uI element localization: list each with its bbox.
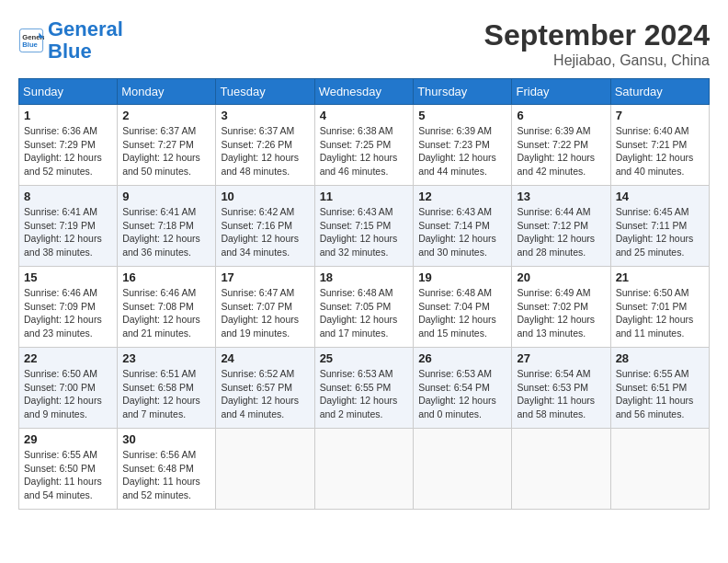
svg-text:Blue: Blue [22,40,38,49]
week-row: 22 Sunrise: 6:50 AM Sunset: 7:00 PM Dayl… [19,348,710,429]
day-number: 27 [517,351,605,365]
day-info: Sunrise: 6:45 AM Sunset: 7:11 PM Dayligh… [616,205,704,259]
day-info: Sunrise: 6:54 AM Sunset: 6:53 PM Dayligh… [517,367,605,421]
day-info: Sunrise: 6:37 AM Sunset: 7:27 PM Dayligh… [122,124,210,178]
day-number: 1 [24,109,112,122]
day-info: Sunrise: 6:49 AM Sunset: 7:02 PM Dayligh… [517,286,605,340]
calendar-cell: 6 Sunrise: 6:39 AM Sunset: 7:22 PM Dayli… [512,105,610,186]
weekday-header: Thursday [414,79,512,105]
day-number: 8 [24,190,112,203]
month-title: September 2024 [484,18,710,52]
day-info: Sunrise: 6:55 AM Sunset: 6:51 PM Dayligh… [616,367,704,421]
day-info: Sunrise: 6:41 AM Sunset: 7:19 PM Dayligh… [24,205,112,259]
day-number: 23 [122,351,210,365]
day-info: Sunrise: 6:44 AM Sunset: 7:12 PM Dayligh… [517,205,605,259]
calendar-cell: 24 Sunrise: 6:52 AM Sunset: 6:57 PM Dayl… [216,348,314,429]
calendar-cell: 15 Sunrise: 6:46 AM Sunset: 7:09 PM Dayl… [19,267,118,348]
calendar-cell: 29 Sunrise: 6:55 AM Sunset: 6:50 PM Dayl… [19,429,118,510]
week-row: 1 Sunrise: 6:36 AM Sunset: 7:29 PM Dayli… [19,105,710,186]
day-number: 18 [320,270,409,284]
day-number: 24 [221,351,309,365]
calendar-cell: 2 Sunrise: 6:37 AM Sunset: 7:27 PM Dayli… [118,105,216,186]
calendar-cell: 22 Sunrise: 6:50 AM Sunset: 7:00 PM Dayl… [19,348,118,429]
logo: General Blue GeneralBlue [18,18,123,63]
calendar-cell: 26 Sunrise: 6:53 AM Sunset: 6:54 PM Dayl… [414,348,512,429]
weekday-header-row: SundayMondayTuesdayWednesdayThursdayFrid… [19,79,710,105]
logo-text: GeneralBlue [48,18,123,63]
day-info: Sunrise: 6:47 AM Sunset: 7:07 PM Dayligh… [221,286,309,340]
calendar-cell: 1 Sunrise: 6:36 AM Sunset: 7:29 PM Dayli… [19,105,118,186]
day-number: 25 [320,351,409,365]
day-number: 6 [517,109,605,122]
day-number: 2 [122,109,210,122]
page-header: General Blue GeneralBlue September 2024 … [18,18,710,69]
week-row: 29 Sunrise: 6:55 AM Sunset: 6:50 PM Dayl… [19,429,710,510]
day-info: Sunrise: 6:50 AM Sunset: 7:00 PM Dayligh… [24,367,112,421]
calendar-cell: 18 Sunrise: 6:48 AM Sunset: 7:05 PM Dayl… [314,267,414,348]
calendar-cell: 5 Sunrise: 6:39 AM Sunset: 7:23 PM Dayli… [414,105,512,186]
day-info: Sunrise: 6:56 AM Sunset: 6:48 PM Dayligh… [122,448,210,502]
calendar-cell [414,429,512,510]
day-number: 13 [517,190,605,203]
calendar-cell: 28 Sunrise: 6:55 AM Sunset: 6:51 PM Dayl… [610,348,709,429]
day-info: Sunrise: 6:52 AM Sunset: 6:57 PM Dayligh… [221,367,309,421]
day-number: 28 [616,351,704,365]
day-number: 17 [221,270,309,284]
calendar-cell: 4 Sunrise: 6:38 AM Sunset: 7:25 PM Dayli… [314,105,414,186]
day-number: 3 [221,109,309,122]
location: Hejiabao, Gansu, China [484,52,710,69]
weekday-header: Tuesday [216,79,314,105]
calendar-cell: 27 Sunrise: 6:54 AM Sunset: 6:53 PM Dayl… [512,348,610,429]
day-number: 7 [616,109,704,122]
day-info: Sunrise: 6:53 AM Sunset: 6:55 PM Dayligh… [320,367,409,421]
day-number: 15 [24,270,112,284]
calendar-cell: 12 Sunrise: 6:43 AM Sunset: 7:14 PM Dayl… [414,186,512,267]
calendar-cell: 20 Sunrise: 6:49 AM Sunset: 7:02 PM Dayl… [512,267,610,348]
day-info: Sunrise: 6:36 AM Sunset: 7:29 PM Dayligh… [24,124,112,178]
calendar-cell: 9 Sunrise: 6:41 AM Sunset: 7:18 PM Dayli… [118,186,216,267]
calendar-cell [314,429,414,510]
day-info: Sunrise: 6:51 AM Sunset: 6:58 PM Dayligh… [122,367,210,421]
calendar-cell [610,429,709,510]
calendar-cell: 13 Sunrise: 6:44 AM Sunset: 7:12 PM Dayl… [512,186,610,267]
day-number: 4 [320,109,409,122]
day-number: 14 [616,190,704,203]
week-row: 15 Sunrise: 6:46 AM Sunset: 7:09 PM Dayl… [19,267,710,348]
day-info: Sunrise: 6:48 AM Sunset: 7:04 PM Dayligh… [418,286,506,340]
day-number: 22 [24,351,112,365]
day-info: Sunrise: 6:53 AM Sunset: 6:54 PM Dayligh… [418,367,506,421]
calendar-cell: 10 Sunrise: 6:42 AM Sunset: 7:16 PM Dayl… [216,186,314,267]
day-info: Sunrise: 6:39 AM Sunset: 7:23 PM Dayligh… [418,124,506,178]
day-number: 9 [122,190,210,203]
day-number: 21 [616,270,704,284]
day-info: Sunrise: 6:43 AM Sunset: 7:15 PM Dayligh… [320,205,409,259]
day-info: Sunrise: 6:41 AM Sunset: 7:18 PM Dayligh… [122,205,210,259]
day-info: Sunrise: 6:43 AM Sunset: 7:14 PM Dayligh… [418,205,506,259]
calendar-cell: 16 Sunrise: 6:46 AM Sunset: 7:08 PM Dayl… [118,267,216,348]
calendar-cell: 11 Sunrise: 6:43 AM Sunset: 7:15 PM Dayl… [314,186,414,267]
calendar-cell: 17 Sunrise: 6:47 AM Sunset: 7:07 PM Dayl… [216,267,314,348]
title-block: September 2024 Hejiabao, Gansu, China [484,18,710,69]
calendar-cell: 19 Sunrise: 6:48 AM Sunset: 7:04 PM Dayl… [414,267,512,348]
calendar-cell: 30 Sunrise: 6:56 AM Sunset: 6:48 PM Dayl… [118,429,216,510]
day-number: 26 [418,351,506,365]
calendar-cell: 23 Sunrise: 6:51 AM Sunset: 6:58 PM Dayl… [118,348,216,429]
day-info: Sunrise: 6:48 AM Sunset: 7:05 PM Dayligh… [320,286,409,340]
day-info: Sunrise: 6:46 AM Sunset: 7:09 PM Dayligh… [24,286,112,340]
day-number: 30 [122,432,210,446]
calendar-cell [512,429,610,510]
calendar-table: SundayMondayTuesdayWednesdayThursdayFrid… [18,78,710,510]
day-number: 19 [418,270,506,284]
logo-icon: General Blue [18,28,44,53]
weekday-header: Monday [118,79,216,105]
day-number: 11 [320,190,409,203]
day-info: Sunrise: 6:46 AM Sunset: 7:08 PM Dayligh… [122,286,210,340]
calendar-cell: 3 Sunrise: 6:37 AM Sunset: 7:26 PM Dayli… [216,105,314,186]
day-info: Sunrise: 6:42 AM Sunset: 7:16 PM Dayligh… [221,205,309,259]
day-info: Sunrise: 6:50 AM Sunset: 7:01 PM Dayligh… [616,286,704,340]
calendar-cell: 21 Sunrise: 6:50 AM Sunset: 7:01 PM Dayl… [610,267,709,348]
weekday-header: Wednesday [314,79,414,105]
day-info: Sunrise: 6:55 AM Sunset: 6:50 PM Dayligh… [24,448,112,502]
calendar-cell: 25 Sunrise: 6:53 AM Sunset: 6:55 PM Dayl… [314,348,414,429]
weekday-header: Sunday [19,79,118,105]
